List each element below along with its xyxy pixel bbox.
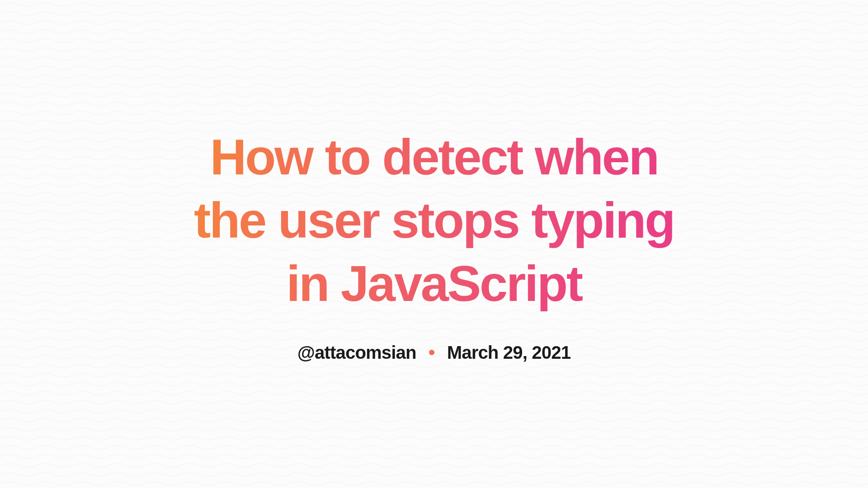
- article-meta: @attacomsian March 29, 2021: [297, 343, 571, 363]
- author-handle: @attacomsian: [297, 343, 416, 363]
- article-title: How to detect when the user stops typing…: [181, 126, 687, 315]
- article-card: How to detect when the user stops typing…: [163, 126, 705, 363]
- dot-separator-icon: [429, 350, 434, 355]
- publish-date: March 29, 2021: [447, 343, 571, 363]
